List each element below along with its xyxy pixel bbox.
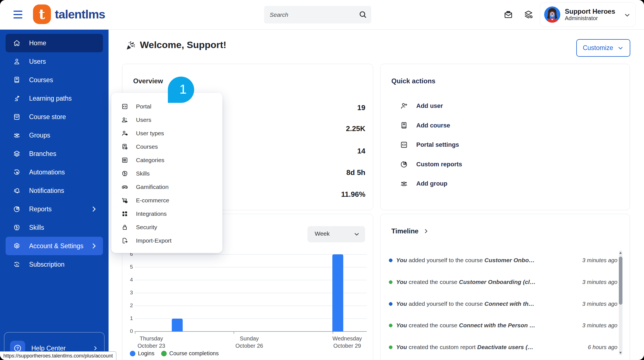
sidebar-item-home[interactable]: Home xyxy=(6,34,103,52)
sidebar-item-course-store[interactable]: Course store xyxy=(6,108,103,126)
quick-action-add-group[interactable]: Add group xyxy=(400,178,447,189)
pie-icon xyxy=(13,205,21,213)
timeline-entry[interactable]: You added yourself to the course Connect… xyxy=(389,299,617,308)
menu-item-label: Courses xyxy=(136,143,158,150)
sidebar-item-users[interactable]: Users xyxy=(6,52,103,71)
scrollbar-thumb[interactable] xyxy=(619,257,622,305)
timeline-entry[interactable]: You added yourself to the course Custome… xyxy=(389,256,617,265)
home-icon xyxy=(13,39,21,47)
timeline-entry-text: You created the course Customer Onboardi… xyxy=(396,279,578,285)
bell-icon xyxy=(13,187,21,195)
date-range-select[interactable]: Week xyxy=(307,226,365,242)
avatar xyxy=(544,6,560,23)
timeline-entry[interactable]: You created the custom report Deactivate… xyxy=(389,343,617,352)
sidebar-item-learning-paths[interactable]: Learning paths xyxy=(6,89,103,108)
menu-item-skills[interactable]: Skills xyxy=(111,167,222,180)
legend-label: Logins xyxy=(138,350,154,357)
timeline-entry-text: You created the custom report Deactivate… xyxy=(396,344,584,350)
search-bar xyxy=(264,6,371,23)
overview-stat-value: 11.96% xyxy=(341,190,365,199)
quick-action-label: Custom reports xyxy=(416,161,462,168)
sidebar-item-branches[interactable]: Branches xyxy=(6,145,103,163)
course-library-icon[interactable] xyxy=(523,10,533,20)
menu-item-categories[interactable]: Categories xyxy=(111,153,222,167)
y-axis-tick-label: 1 xyxy=(122,315,133,321)
menu-item-label: Gamification xyxy=(136,184,169,190)
sidebar-item-account-settings[interactable]: Account & Settings xyxy=(6,237,103,255)
scroll-up-icon[interactable] xyxy=(619,252,622,254)
messages-icon[interactable] xyxy=(503,10,513,20)
menu-item-e-commerce[interactable]: E-commerce xyxy=(111,194,222,207)
person-plus-icon xyxy=(400,102,408,110)
timeline-card: Timeline You added yourself to the cours… xyxy=(380,214,630,360)
refresh-icon: $ xyxy=(13,260,21,268)
legend-item-course-completions: Course completions xyxy=(161,350,219,357)
menu-item-user-types[interactable]: User types xyxy=(111,127,222,140)
talentlms-logo[interactable]: t talentlms xyxy=(33,4,105,24)
chart-legend: LoginsCourse completions xyxy=(130,350,219,357)
menu-item-label: User types xyxy=(136,130,164,137)
gridline xyxy=(135,305,367,306)
menu-item-gamification[interactable]: Gamification xyxy=(111,180,222,194)
quick-action-portal-settings[interactable]: Portal settings xyxy=(400,139,459,150)
event-dot xyxy=(389,259,392,262)
menu-item-portal[interactable]: Portal xyxy=(111,100,222,113)
search-icon[interactable] xyxy=(358,10,367,19)
app-window: t talentlms Support Heroes Administrator xyxy=(0,0,644,360)
doc-arrow-icon xyxy=(121,237,128,244)
sidebar-item-subscription[interactable]: $ Subscription xyxy=(6,255,103,274)
sidebar-item-automations[interactable]: Automations xyxy=(6,163,103,181)
sidebar-item-reports[interactable]: Reports xyxy=(6,200,103,218)
menu-item-label: Skills xyxy=(136,170,150,177)
timeline-entry[interactable]: You created the course Connect with the … xyxy=(389,321,617,330)
quick-action-label: Add course xyxy=(416,122,450,129)
menu-item-label: Categories xyxy=(136,157,164,164)
quick-action-add-course[interactable]: Add course xyxy=(400,120,450,131)
quick-action-custom-reports[interactable]: Custom reports xyxy=(400,159,462,170)
code-square-icon xyxy=(121,103,128,110)
timeline-scrollbar[interactable] xyxy=(619,250,622,355)
legend-swatch xyxy=(161,351,167,356)
overview-stat-value: 8d 5h xyxy=(346,168,365,177)
chevron-down-icon xyxy=(624,11,631,19)
menu-item-import-export[interactable]: Import-Export xyxy=(111,234,222,247)
menu-item-integrations[interactable]: Integrations xyxy=(111,207,222,221)
help-center-label: Help Center xyxy=(31,345,66,352)
quick-action-label: Add user xyxy=(416,102,443,110)
event-dot xyxy=(389,280,392,284)
gridline xyxy=(135,318,367,319)
sidebar-item-skills[interactable]: Skills xyxy=(6,218,103,237)
menu-item-label: Security xyxy=(136,224,157,231)
menu-icon[interactable] xyxy=(13,11,22,18)
layers-icon xyxy=(13,150,21,158)
code-square-icon xyxy=(400,141,408,149)
sidebar-item-label: Account & Settings xyxy=(29,242,83,250)
quick-action-add-user[interactable]: Add user xyxy=(400,100,443,112)
scroll-down-icon[interactable] xyxy=(619,352,622,354)
quick-actions-card: Quick actions Add user Add course Portal… xyxy=(380,64,630,210)
menu-item-users[interactable]: Users xyxy=(111,113,222,127)
profile-name: Support Heroes xyxy=(565,8,615,15)
users-two-icon xyxy=(121,116,128,124)
gridline xyxy=(135,293,367,293)
sidebar-item-label: Automations xyxy=(29,169,65,176)
menu-item-courses[interactable]: Courses xyxy=(111,140,222,153)
annotation-step-badge: 1 xyxy=(168,77,194,103)
profile-menu[interactable]: Support Heroes Administrator xyxy=(540,2,636,27)
bar-logins-thursday-october-23 xyxy=(172,319,183,331)
sidebar-item-groups[interactable]: Groups xyxy=(6,126,103,145)
customize-button[interactable]: Customize xyxy=(576,39,630,57)
timeline-entry-time: 6 hours ago xyxy=(588,344,617,350)
x-axis-label: WednesdayOctober 29 xyxy=(316,335,378,349)
timeline-entry[interactable]: You created the course Customer Onboardi… xyxy=(389,278,617,286)
search-input[interactable] xyxy=(264,6,354,23)
timeline-title: Timeline xyxy=(391,227,419,235)
sidebar-item-notifications[interactable]: Notifications xyxy=(6,181,103,200)
chevron-right-icon[interactable] xyxy=(423,228,429,234)
timeline-entry-time: 3 minutes ago xyxy=(582,257,617,264)
top-bar: t talentlms Support Heroes Administrator xyxy=(0,0,644,30)
automation-icon xyxy=(13,168,21,176)
sidebar-item-courses[interactable]: Courses xyxy=(6,71,103,89)
menu-item-security[interactable]: Security xyxy=(111,221,222,234)
sidebar: Home Users Courses Learning paths Course… xyxy=(0,29,109,360)
